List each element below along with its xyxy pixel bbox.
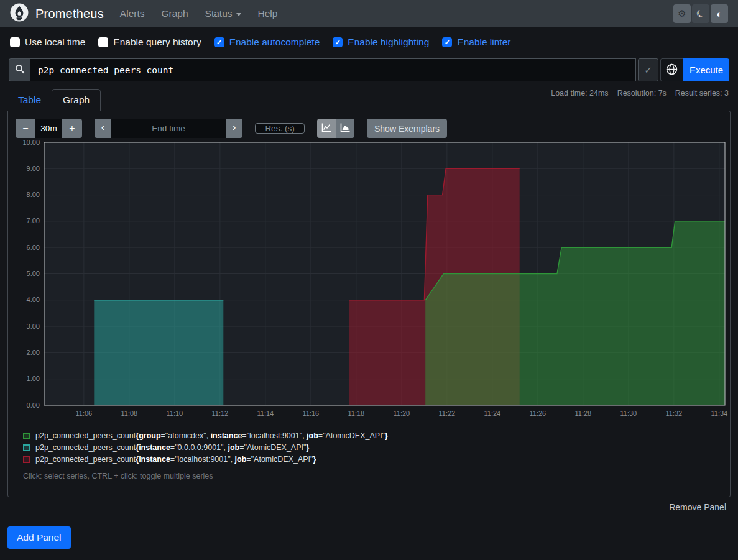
checked-checkbox-icon[interactable]: ✓ <box>442 37 452 47</box>
auto-theme-button[interactable]: ◐ <box>711 4 728 23</box>
series-swatch-icon <box>23 433 30 439</box>
tab-table[interactable]: Table <box>7 90 52 111</box>
nav-item-status[interactable]: Status <box>205 8 241 19</box>
tab-graph[interactable]: Graph <box>52 89 101 111</box>
y-tick-label: 4.00 <box>27 296 40 303</box>
option-label: Use local time <box>25 37 85 48</box>
decrease-range-button[interactable]: − <box>16 119 35 138</box>
dark-theme-button[interactable]: ☾ <box>692 4 709 23</box>
x-tick-label: 11:18 <box>348 410 365 417</box>
nav-item-help[interactable]: Help <box>258 8 278 19</box>
x-tick-label: 11:34 <box>711 410 728 417</box>
remove-panel-row: Remove Panel <box>0 502 726 513</box>
result-series: Result series: 3 <box>675 89 729 98</box>
option-enable-highlighting[interactable]: ✓Enable highlighting <box>333 37 429 48</box>
time-back-button[interactable]: ‹ <box>95 119 111 138</box>
y-tick-label: 6.00 <box>27 244 40 251</box>
settings-button[interactable]: ⚙ <box>673 4 691 23</box>
moon-icon: ☾ <box>694 7 707 21</box>
expression-input[interactable] <box>30 58 636 81</box>
time-forward-button[interactable]: › <box>226 119 242 138</box>
metrics-explorer-button[interactable] <box>660 58 683 81</box>
execute-button[interactable]: Execute <box>683 58 729 81</box>
resolution: Resolution: 7s <box>617 89 667 98</box>
contrast-icon: ◐ <box>716 9 722 19</box>
prometheus-brand[interactable]: Prometheus <box>10 3 104 24</box>
legend-item[interactable]: p2p_connected_peers_count{instance="0.0.… <box>23 443 724 452</box>
option-label: Enable query history <box>113 37 201 48</box>
x-tick-label: 11:14 <box>257 410 274 417</box>
x-tick-label: 11:22 <box>439 410 456 417</box>
query-stats: Load time: 24ms Resolution: 7s Result se… <box>551 89 731 98</box>
prometheus-logo-icon <box>10 3 29 24</box>
gear-icon: ⚙ <box>678 8 686 19</box>
globe-icon <box>666 63 678 77</box>
unchecked-checkbox-icon[interactable] <box>10 37 20 47</box>
range-input[interactable] <box>35 119 62 138</box>
y-tick-label: 3.00 <box>27 323 40 330</box>
y-tick-label: 10.00 <box>22 139 40 146</box>
option-label: Enable autocomplete <box>229 37 320 48</box>
tabs-row: Table Graph Load time: 24ms Resolution: … <box>7 89 731 111</box>
series-label: p2p_connected_peers_count{instance="loca… <box>35 455 316 464</box>
x-tick-label: 11:06 <box>76 410 93 417</box>
x-tick-label: 11:24 <box>484 410 501 417</box>
x-tick-label: 11:26 <box>530 410 547 417</box>
end-time-input[interactable] <box>111 119 226 138</box>
legend-hint: Click: select series, CTRL + click: togg… <box>23 472 724 480</box>
checked-checkbox-icon[interactable]: ✓ <box>333 37 343 47</box>
legend: p2p_connected_peers_count{group="atomicd… <box>23 431 724 464</box>
option-label: Enable highlighting <box>348 37 429 48</box>
increase-range-button[interactable]: + <box>62 119 82 138</box>
nav-links: Alerts Graph Status Help <box>120 8 278 19</box>
range-control: − + <box>16 119 82 138</box>
line-chart-icon <box>321 122 332 135</box>
search-icon <box>15 64 25 76</box>
query-bar: ✓ Execute <box>9 58 729 81</box>
query-prepend <box>9 58 30 81</box>
y-tick-label: 1.00 <box>27 375 40 382</box>
load-time: Load time: 24ms <box>551 89 608 98</box>
line-graph-button[interactable] <box>317 119 336 138</box>
brand-title: Prometheus <box>35 7 104 21</box>
resolution-input[interactable] <box>255 123 305 134</box>
option-enable-linter[interactable]: ✓Enable linter <box>442 37 510 48</box>
option-use-local-time[interactable]: Use local time <box>10 37 85 48</box>
add-panel-button[interactable]: Add Panel <box>7 526 71 549</box>
x-tick-label: 11:28 <box>575 410 592 417</box>
chevron-down-icon <box>236 13 241 16</box>
navbar-actions: ⚙ ☾ ◐ <box>673 4 728 23</box>
graph-panel: − + ‹ › <box>7 111 731 497</box>
y-tick-label: 7.00 <box>27 217 40 224</box>
series-label: p2p_connected_peers_count{instance="0.0.… <box>35 443 309 452</box>
graph-canvas[interactable]: 0.001.002.003.004.005.006.007.008.009.00… <box>14 139 729 419</box>
option-label: Enable linter <box>457 37 510 48</box>
x-tick-label: 11:12 <box>212 410 229 417</box>
endtime-control: ‹ › <box>95 119 242 138</box>
y-tick-label: 2.00 <box>27 349 40 356</box>
autocomplete-confirm-button[interactable]: ✓ <box>638 58 658 81</box>
stacked-graph-button[interactable] <box>336 119 354 138</box>
series-swatch-icon <box>23 456 30 463</box>
series-swatch-icon <box>23 444 30 451</box>
y-tick-label: 0.00 <box>27 402 40 409</box>
x-tick-label: 11:16 <box>303 410 320 417</box>
area-chart-icon <box>339 122 351 135</box>
check-icon: ✓ <box>644 65 652 75</box>
checked-checkbox-icon[interactable]: ✓ <box>214 37 224 47</box>
graph-controls: − + ‹ › <box>16 119 724 138</box>
nav-item-alerts[interactable]: Alerts <box>120 8 145 19</box>
unchecked-checkbox-icon[interactable] <box>98 37 108 47</box>
series-area-0 <box>94 300 223 405</box>
legend-item[interactable]: p2p_connected_peers_count{group="atomicd… <box>23 431 724 440</box>
y-tick-label: 9.00 <box>27 165 40 172</box>
legend-item[interactable]: p2p_connected_peers_count{instance="loca… <box>23 455 724 464</box>
show-exemplars-button[interactable]: Show Exemplars <box>367 119 447 138</box>
nav-item-graph[interactable]: Graph <box>161 8 188 19</box>
options-row: Use local timeEnable query history✓Enabl… <box>0 27 738 55</box>
option-enable-query-history[interactable]: Enable query history <box>98 37 201 48</box>
remove-panel-link[interactable]: Remove Panel <box>669 502 726 512</box>
series-label: p2p_connected_peers_count{group="atomicd… <box>35 431 388 440</box>
x-tick-label: 11:20 <box>394 410 410 417</box>
option-enable-autocomplete[interactable]: ✓Enable autocomplete <box>214 37 320 48</box>
